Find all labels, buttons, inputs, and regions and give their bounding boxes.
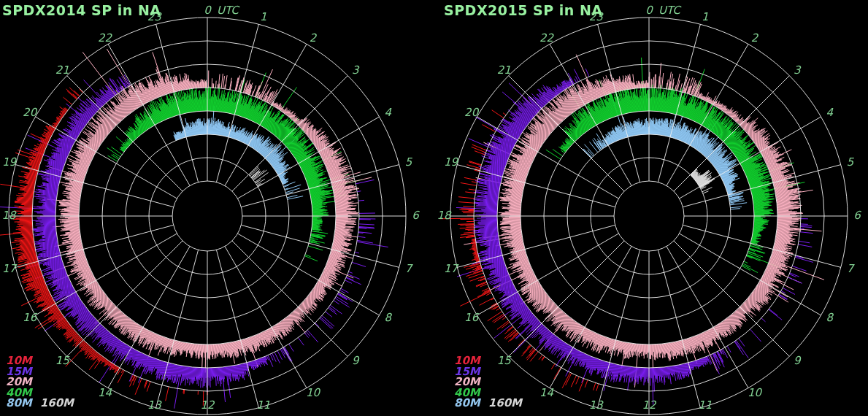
legend-2014: 10M 15M 20M 40M 80M160M bbox=[6, 355, 74, 409]
chart-region-2014 bbox=[0, 0, 434, 416]
propagation-clock-page: { "titles": { "left": "SPDX2014 SP in NA… bbox=[0, 0, 868, 416]
chart-title-2014: SPDX2014 SP in NA bbox=[2, 2, 161, 18]
legend-item-80m: 80M bbox=[6, 396, 32, 409]
chart-region-2015 bbox=[434, 0, 868, 416]
legend-item-80m: 80M bbox=[454, 396, 480, 409]
legend-2015: 10M 15M 20M 40M 80M160M bbox=[454, 355, 522, 409]
legend-item-160m: 160M bbox=[40, 396, 74, 409]
legend-item-160m: 160M bbox=[488, 396, 522, 409]
chart-title-2015: SPDX2015 SP in NA bbox=[444, 2, 603, 18]
